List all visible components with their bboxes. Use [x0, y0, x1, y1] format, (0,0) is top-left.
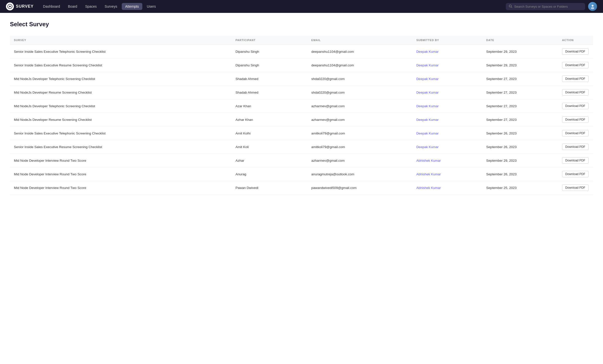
cell-email: pawandwivedi509@gmail.com [307, 181, 412, 195]
submitted-by-link[interactable]: Deepak Kumar [416, 77, 439, 81]
header-action: ACTION [558, 36, 593, 45]
nav-surveys[interactable]: Surveys [101, 3, 121, 10]
cell-date: September 26, 2023 [482, 167, 558, 181]
cell-email: deepanshu1104@gmail.com [307, 45, 412, 58]
table-row: Senior Inside Sales Executive Telephonic… [10, 127, 593, 140]
table-row: Mid NodeJs Developer Telephonic Screenin… [10, 72, 593, 86]
main-content: Select Survey SURVEY PARTICIPANT EMAIL S… [0, 13, 603, 203]
cell-survey: Mid NodeJs Developer Telephonic Screenin… [10, 99, 232, 113]
nav-links: Dashboard Board Spaces Surveys Attempts … [40, 3, 504, 10]
cell-email: amitkoli79@gmail.com [307, 127, 412, 140]
submitted-by-link[interactable]: Deepak Kumar [416, 118, 439, 122]
header-date: DATE [482, 36, 558, 45]
download-pdf-button[interactable]: Download PDF [562, 116, 589, 123]
brand-logo [6, 2, 14, 10]
cell-submitted-by: Abhishek Kumar [412, 167, 482, 181]
cell-email: amitkoli79@gmail.com [307, 140, 412, 154]
download-pdf-button[interactable]: Download PDF [562, 171, 589, 177]
cell-email: deepanshu1104@gmail.com [307, 58, 412, 72]
table-body: Senior Inside Sales Executive Telephonic… [10, 45, 593, 195]
header-participant: PARTICIPANT [232, 36, 307, 45]
header-survey: SURVEY [10, 36, 232, 45]
submitted-by-link[interactable]: Deepak Kumar [416, 50, 439, 53]
cell-action: Download PDF [558, 99, 593, 113]
svg-point-4 [591, 7, 594, 9]
table-row: Mid Node Developer Interview Round Two S… [10, 167, 593, 181]
cell-submitted-by: Deepak Kumar [412, 113, 482, 127]
nav-dashboard[interactable]: Dashboard [40, 3, 64, 10]
search-input[interactable] [514, 5, 582, 8]
cell-date: September 27, 2023 [482, 86, 558, 99]
cell-submitted-by: Deepak Kumar [412, 45, 482, 58]
avatar[interactable] [588, 2, 597, 11]
cell-submitted-by: Abhishek Kumar [412, 154, 482, 167]
cell-email: shda0220@gmail.com [307, 86, 412, 99]
nav-users[interactable]: Users [143, 3, 159, 10]
cell-participant: Shadab Ahmed [232, 72, 307, 86]
nav-board[interactable]: Board [64, 3, 81, 10]
submitted-by-link[interactable]: Deepak Kumar [416, 145, 439, 149]
cell-survey: Senior Inside Sales Executive Telephonic… [10, 45, 232, 58]
cell-date: September 26, 2023 [482, 127, 558, 140]
cell-submitted-by: Deepak Kumar [412, 86, 482, 99]
download-pdf-button[interactable]: Download PDF [562, 62, 589, 68]
avatar-image [588, 2, 597, 11]
cell-action: Download PDF [558, 58, 593, 72]
cell-submitted-by: Deepak Kumar [412, 127, 482, 140]
submitted-by-link[interactable]: Abhishek Kumar [416, 159, 441, 162]
submitted-by-link[interactable]: Deepak Kumar [416, 63, 439, 67]
cell-submitted-by: Deepak Kumar [412, 72, 482, 86]
cell-date: September 27, 2023 [482, 113, 558, 127]
download-pdf-button[interactable]: Download PDF [562, 48, 589, 55]
cell-action: Download PDF [558, 154, 593, 167]
submitted-by-link[interactable]: Abhishek Kumar [416, 186, 441, 190]
cell-email: shda0220@gmail.com [307, 72, 412, 86]
cell-survey: Mid NodeJs Developer Resume Screening Ch… [10, 113, 232, 127]
cell-participant: Dipanshu Singh [232, 58, 307, 72]
download-pdf-button[interactable]: Download PDF [562, 144, 589, 150]
table-row: Senior Inside Sales Executive Telephonic… [10, 45, 593, 58]
table-row: Mid Node Developer Interview Round Two S… [10, 154, 593, 167]
download-pdf-button[interactable]: Download PDF [562, 103, 589, 109]
cell-date: September 27, 2023 [482, 99, 558, 113]
cell-date: September 29, 2023 [482, 45, 558, 58]
cell-survey: Senior Inside Sales Executive Resume Scr… [10, 140, 232, 154]
download-pdf-button[interactable]: Download PDF [562, 184, 589, 191]
cell-action: Download PDF [558, 127, 593, 140]
navbar: SURVEY Dashboard Board Spaces Surveys At… [0, 0, 603, 13]
navbar-right [506, 2, 597, 11]
table-container: SURVEY PARTICIPANT EMAIL SUBMITTED BY DA… [10, 36, 593, 195]
cell-submitted-by: Deepak Kumar [412, 140, 482, 154]
nav-spaces[interactable]: Spaces [82, 3, 100, 10]
search-bar[interactable] [506, 3, 585, 10]
cell-action: Download PDF [558, 72, 593, 86]
cell-action: Download PDF [558, 113, 593, 127]
svg-point-3 [592, 5, 594, 7]
submitted-by-link[interactable]: Abhishek Kumar [416, 172, 441, 176]
cell-email: anuragmutreja@outlook.com [307, 167, 412, 181]
table-row: Mid NodeJs Developer Resume Screening Ch… [10, 113, 593, 127]
cell-participant: Shadab Ahmed [232, 86, 307, 99]
table-row: Mid NodeJs Developer Resume Screening Ch… [10, 86, 593, 99]
cell-survey: Mid Node Developer Interview Round Two S… [10, 154, 232, 167]
nav-attempts[interactable]: Attempts [122, 3, 142, 10]
cell-email: azharmev@gmail.com [307, 99, 412, 113]
cell-participant: Anurag [232, 167, 307, 181]
submitted-by-link[interactable]: Deepak Kumar [416, 131, 439, 135]
table-row: Senior Inside Sales Executive Resume Scr… [10, 140, 593, 154]
submitted-by-link[interactable]: Deepak Kumar [416, 104, 439, 108]
cell-action: Download PDF [558, 181, 593, 195]
submitted-by-link[interactable]: Deepak Kumar [416, 91, 439, 94]
cell-action: Download PDF [558, 167, 593, 181]
cell-submitted-by: Deepak Kumar [412, 58, 482, 72]
cell-survey: Senior Inside Sales Executive Telephonic… [10, 127, 232, 140]
brand-name: SURVEY [16, 4, 34, 9]
download-pdf-button[interactable]: Download PDF [562, 76, 589, 82]
download-pdf-button[interactable]: Download PDF [562, 130, 589, 136]
download-pdf-button[interactable]: Download PDF [562, 89, 589, 96]
download-pdf-button[interactable]: Download PDF [562, 157, 589, 164]
cell-date: September 29, 2023 [482, 58, 558, 72]
cell-survey: Senior Inside Sales Executive Resume Scr… [10, 58, 232, 72]
cell-email: azharmev@gmail.com [307, 154, 412, 167]
cell-email: azharmev@gmail.com [307, 113, 412, 127]
